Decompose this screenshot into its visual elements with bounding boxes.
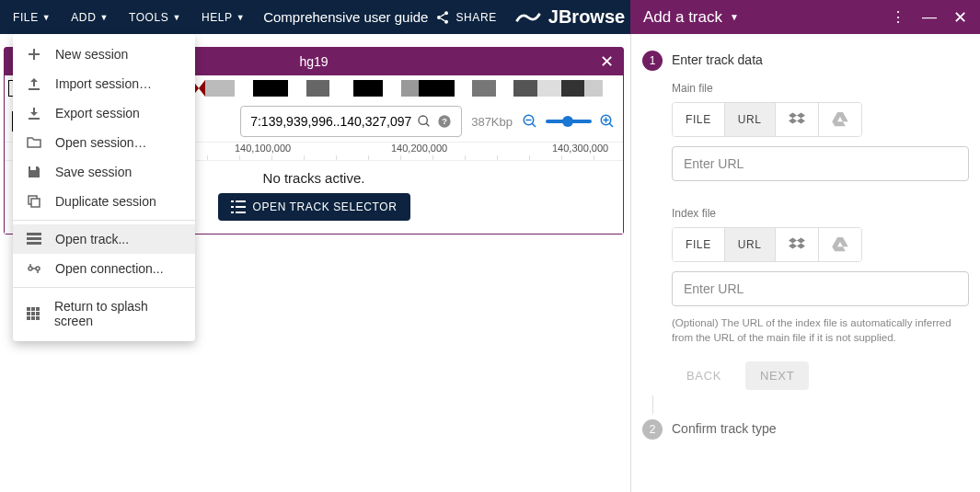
menu-save-session[interactable]: Save session [13,157,195,187]
tracks-icon [26,233,42,246]
drawer-header: Add a track ▼ ⋮ — ✕ [630,0,980,34]
search-icon[interactable] [417,114,432,129]
svg-text:?: ? [442,117,447,126]
menu-file[interactable]: FILE▼ [13,11,51,24]
index-file-tab-file[interactable]: FILE [673,228,724,261]
svg-rect-15 [231,212,234,213]
share-icon [435,10,450,25]
main-file-url-input[interactable] [672,146,969,181]
share-label: SHARE [455,11,496,24]
jbrowse-logo-icon [515,8,541,27]
svg-rect-13 [231,206,234,208]
zoom-in-icon[interactable] [599,113,616,130]
zoom-out-icon[interactable] [522,113,538,130]
svg-rect-31 [31,316,35,320]
svg-rect-26 [36,307,40,311]
step-number-1: 1 [642,51,663,71]
index-file-source-tabs: FILE URL [672,227,862,262]
menu-open-connection[interactable]: Open connection... [13,254,195,283]
ruler-tick: 140,200,000 [391,143,447,154]
menu-item-label: Open track... [55,232,129,246]
location-search[interactable]: ? [240,106,462,137]
main-file-tab-file[interactable]: FILE [673,103,724,136]
menu-open-track[interactable]: Open track... [13,224,195,254]
google-drive-icon [832,237,848,252]
step-number-2: 2 [642,419,663,440]
zoom-level: 387Kbp [471,115,513,129]
main-file-label: Main file [672,82,969,95]
svg-rect-21 [27,242,41,245]
index-file-helper: (Optional) The URL of the index file is … [672,315,969,345]
menu-file-label: FILE [13,11,39,24]
more-icon[interactable]: ⋮ [891,8,905,26]
index-file-url-input[interactable] [672,271,969,306]
menu-add[interactable]: ADD▼ [71,11,109,24]
menu-export-session[interactable]: Export session [13,98,195,128]
menu-item-label: Open session… [55,135,147,150]
svg-rect-24 [27,307,30,311]
guide-title: Comprehensive user guide [263,9,428,25]
index-file-tab-url[interactable]: URL [724,228,775,261]
back-button[interactable]: BACK [672,361,736,390]
chevron-down-icon: ▼ [172,13,181,22]
main-file-tab-url[interactable]: URL [724,103,775,136]
menu-help[interactable]: HELP▼ [202,11,245,24]
open-track-selector-button[interactable]: OPEN TRACK SELECTOR [218,193,410,221]
help-icon[interactable]: ? [437,114,452,129]
share-button[interactable]: SHARE [435,10,496,25]
menu-return-splash[interactable]: Return to splash screen [13,292,195,336]
menu-tools-label: TOOLS [129,11,168,24]
step-2: 2 Confirm track type [642,419,969,440]
plus-icon [26,47,42,62]
zoom-controls [522,113,616,130]
menu-duplicate-session[interactable]: Duplicate session [13,187,195,216]
dropbox-icon [789,112,805,127]
svg-rect-16 [236,212,246,213]
menu-new-session[interactable]: New session [13,40,195,69]
svg-rect-28 [31,312,35,315]
index-file-tab-dropbox[interactable] [775,228,818,261]
close-icon[interactable]: ✕ [600,51,614,72]
svg-rect-18 [31,199,40,207]
menu-divider [13,220,195,221]
main-file-tab-dropbox[interactable] [775,103,818,136]
brand: JBrowse [515,6,625,28]
minimize-icon[interactable]: — [922,9,937,26]
svg-rect-14 [236,206,246,208]
menu-item-label: Save session [55,165,132,179]
svg-rect-25 [31,307,35,311]
location-input[interactable] [250,114,411,129]
save-icon [26,165,42,179]
step-1: 1 Enter track data Main file FILE URL In… [642,51,969,390]
index-file-tab-gdrive[interactable] [818,228,861,261]
menu-item-label: New session [55,47,128,62]
assembly-name: hg19 [299,54,328,69]
svg-point-2 [444,19,448,23]
no-tracks-message: No tracks active. [263,170,365,186]
drawer-title-area: Add a track ▼ [643,8,739,27]
open-track-selector-label: OPEN TRACK SELECTOR [253,200,398,213]
menu-import-session[interactable]: Import session… [13,69,195,98]
zoom-slider[interactable] [546,120,592,123]
chevron-down-icon[interactable]: ▼ [730,12,739,22]
next-button[interactable]: NEXT [745,361,809,390]
svg-rect-19 [27,233,41,235]
svg-rect-32 [36,316,40,320]
step-2-title: Confirm track type [672,421,969,436]
top-menubar: FILE▼ ADD▼ TOOLS▼ HELP▼ Comprehensive us… [0,0,980,34]
main-file-tab-gdrive[interactable] [818,103,861,136]
svg-point-1 [437,16,441,19]
google-drive-icon [832,112,848,127]
step-connector [652,395,653,414]
menu-tools[interactable]: TOOLS▼ [129,11,181,24]
menu-item-label: Export session [55,106,140,120]
menu-divider [13,287,195,288]
download-icon [26,106,42,120]
menu-open-session[interactable]: Open session… [13,128,195,157]
chevron-down-icon: ▼ [42,13,52,22]
svg-rect-11 [231,200,234,202]
menu-item-label: Import session… [55,76,152,91]
close-icon[interactable]: ✕ [953,7,967,28]
ruler-tick: 140,100,000 [235,143,291,154]
file-menu-dropdown: New session Import session… Export sessi… [13,34,195,341]
